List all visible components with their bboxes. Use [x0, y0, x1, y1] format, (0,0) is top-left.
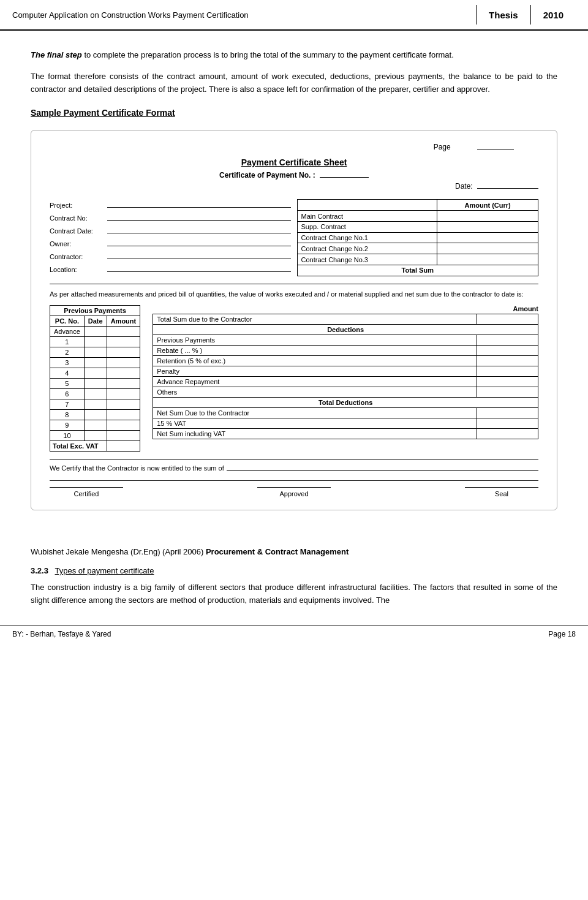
prev-num-9: 9 [50, 420, 85, 431]
ded-label-total-ded: Total Deductions [153, 398, 538, 408]
prev-row-5: 5 [50, 379, 140, 389]
para1-bold: The final step [31, 50, 82, 59]
prev-date-8 [84, 410, 107, 420]
prev-row-3: 3 [50, 358, 140, 368]
prev-num-8: 8 [50, 410, 85, 420]
field-label-contractno: Contract No: [50, 212, 105, 225]
footer-right: Page 18 [548, 630, 576, 638]
contract-table-header-label [297, 200, 437, 211]
subsection-heading: 3.2.3 Types of payment certificate [31, 566, 557, 575]
subsection-label: Types of payment certificate [55, 566, 154, 575]
prev-num-7: 7 [50, 399, 85, 410]
field-label-contractdate: Contract Date: [50, 225, 105, 238]
prev-total-row: Total Exc. VAT [50, 441, 140, 452]
header-year: 2010 [530, 5, 576, 25]
prev-amount-2 [107, 347, 140, 358]
contract-table-header-amount: Amount (Curr) [437, 200, 538, 211]
field-line-location [107, 271, 291, 272]
cert-sheet-title: Payment Certificate Sheet [50, 157, 538, 167]
cert-tables-section: Previous Payments PC. No. Date Amount Ad… [50, 305, 538, 452]
ded-row-penalty: Penalty [153, 366, 538, 377]
prev-col-amount: Amount [107, 316, 140, 327]
prev-payments-table: Previous Payments PC. No. Date Amount Ad… [50, 305, 140, 452]
contract-row-supp: Supp. Contract [297, 221, 538, 232]
header-thesis: Thesis [476, 5, 530, 25]
section-heading: Sample Payment Certificate Format [31, 108, 557, 118]
cert-date-label: Date: [455, 182, 473, 191]
field-label-project: Project: [50, 199, 105, 212]
contract-amount-change2 [437, 243, 538, 254]
cert-certify: We Certify that the Contractor is now en… [50, 459, 538, 472]
prev-amount-7 [107, 399, 140, 410]
ded-row-advance: Advance Repayment [153, 377, 538, 387]
prev-amount-6 [107, 389, 140, 399]
prev-row-6: 6 [50, 389, 140, 399]
ded-amount-net-sum [477, 408, 538, 418]
author-line: Wubishet Jekale Mengesha (Dr.Eng) (April… [31, 547, 557, 556]
prev-amount-9 [107, 420, 140, 431]
ded-label-net-vat: Net Sum including VAT [153, 429, 477, 439]
prev-date-9 [84, 420, 107, 431]
field-location: Location: [50, 263, 291, 276]
page-blank [477, 149, 514, 149]
cert-date-blank [477, 188, 538, 189]
ded-amount-total-sum [477, 314, 538, 325]
cert-measurement-note: As per attached measurements and priced … [50, 284, 538, 300]
paragraph-1: The final step to complete the preparati… [31, 49, 557, 62]
prev-date-10 [84, 431, 107, 441]
prev-col-pcno: PC. No. [50, 316, 85, 327]
cert-certify-line: We Certify that the Contractor is now en… [50, 464, 538, 472]
field-contractdate: Contract Date: [50, 225, 291, 238]
prev-section-header: Previous Payments [50, 306, 140, 316]
ded-row-rebate: Rebate ( ... % ) [153, 346, 538, 356]
field-contractno: Contract No: [50, 212, 291, 225]
prev-num-4: 4 [50, 368, 85, 379]
ded-row-prev-payments: Previous Payments [153, 335, 538, 346]
author-bold: Procurement & Contract Management [206, 547, 349, 556]
field-line-contractdate [107, 233, 291, 233]
contract-label-supp: Supp. Contract [297, 221, 437, 232]
prev-row-9: 9 [50, 420, 140, 431]
cert-sig-label-certified: Certified [74, 490, 99, 497]
prev-amount-3 [107, 358, 140, 368]
ded-amount-retention [477, 356, 538, 366]
ded-amount-rebate [477, 346, 538, 356]
prev-row-2: 2 [50, 347, 140, 358]
prev-date-3 [84, 358, 107, 368]
field-contractor: Contractor: [50, 251, 291, 263]
prev-date-5 [84, 379, 107, 389]
ded-amount-advance [477, 377, 538, 387]
ded-row-net-vat: Net Sum including VAT [153, 429, 538, 439]
page-label: Page [434, 143, 451, 151]
ded-row-retention: Retention (5 % of exc.) [153, 356, 538, 366]
cert-contract-table: Amount (Curr) Main Contract Supp. Contra… [297, 199, 539, 276]
field-label-owner: Owner: [50, 238, 105, 251]
cert-number-row: Certificate of Payment No. : [50, 171, 538, 180]
cert-project-info: Project: Contract No: Contract Date: Own… [50, 199, 291, 276]
cert-date-row: Date: [50, 182, 538, 191]
prev-total-label: Total Exc. VAT [50, 441, 107, 452]
cert-sig-label-seal: Seal [495, 490, 508, 497]
field-line-contractor [107, 259, 291, 259]
subsection-num: 3.2.3 [31, 566, 48, 575]
field-line-owner [107, 246, 291, 246]
prev-advance-amount [107, 327, 140, 337]
field-label-location: Location: [50, 263, 105, 276]
prev-advance-date [84, 327, 107, 337]
cert-sig-line-seal [465, 487, 538, 488]
header-right: Thesis 2010 [476, 5, 576, 25]
cert-sig-seal: Seal [465, 487, 538, 497]
prev-row-10: 10 [50, 431, 140, 441]
ded-amount-prev-payments [477, 335, 538, 346]
contract-amount-main [437, 211, 538, 222]
right-tables: Amount Total Sum due to the Contractor D… [153, 305, 538, 452]
contract-row-change3: Contract Change No.3 [297, 254, 538, 265]
ded-label-rebate: Rebate ( ... % ) [153, 346, 477, 356]
cert-sig-certified: Certified [50, 487, 123, 497]
ded-amount-vat [477, 418, 538, 429]
author-name: Wubishet Jekale Mengesha (Dr.Eng) (April… [31, 547, 203, 556]
contract-row-main: Main Contract [297, 211, 538, 222]
footer-left: BY: - Berhan, Tesfaye & Yared [12, 630, 111, 638]
contract-total-label: Total Sum [297, 265, 538, 276]
ded-row-total-ded: Total Deductions [153, 398, 538, 408]
